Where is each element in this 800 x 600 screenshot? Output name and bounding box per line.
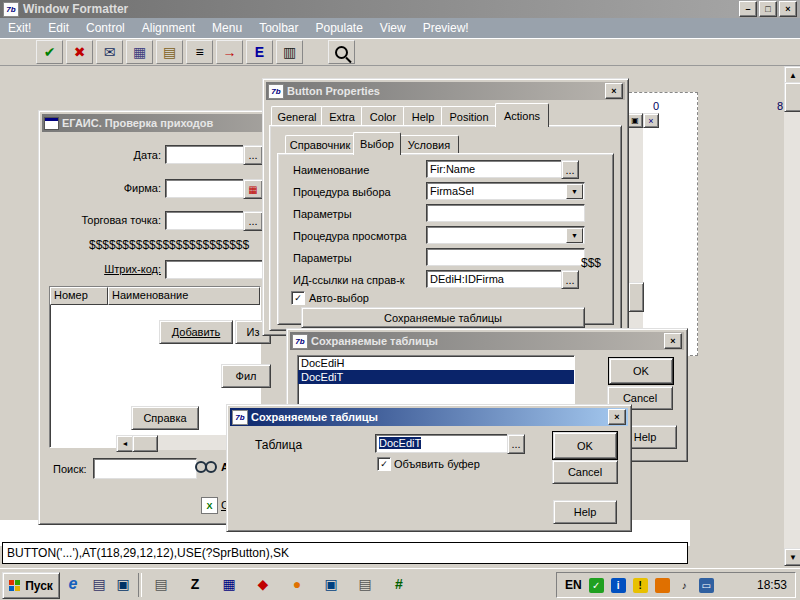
saved-tables-titlebar[interactable]: 7b Сохраняемые таблицы × — [230, 408, 628, 426]
params1-input[interactable] — [426, 204, 585, 222]
menu-item-view[interactable]: View — [380, 21, 406, 35]
background-scroll-thumb[interactable] — [628, 282, 644, 312]
toolbar-cards-icon[interactable]: ▤ — [156, 40, 183, 64]
saved-tables-list-close[interactable]: × — [664, 333, 682, 349]
menu-item-toolbar[interactable]: Toolbar — [259, 21, 298, 35]
toolbar-embed-icon[interactable]: E — [246, 40, 273, 64]
toolbar-mail-icon[interactable]: ✉ — [96, 40, 123, 64]
hscroll-thumb[interactable] — [132, 435, 158, 452]
outlet-input[interactable] — [165, 211, 249, 230]
add-button[interactable]: Добавить — [159, 320, 233, 344]
list-item-selected[interactable]: DocEdiT — [298, 370, 574, 384]
id-link-lookup-button[interactable]: ... — [561, 270, 579, 289]
subtab-usloviya[interactable]: Условия — [399, 135, 459, 154]
list-item[interactable]: DocEdiH — [298, 356, 574, 370]
menu-item-preview[interactable]: Preview! — [423, 21, 469, 35]
date-input[interactable] — [165, 145, 249, 164]
background-restore-button[interactable]: ▣ — [627, 113, 643, 128]
tray-info-icon[interactable]: i — [611, 578, 626, 593]
minimize-button[interactable]: – — [739, 1, 757, 17]
vertical-scrollbar[interactable] — [784, 66, 800, 564]
menu-item-edit[interactable]: Edit — [48, 21, 69, 35]
taskbar-app-icon-8[interactable]: # — [388, 573, 410, 595]
toolbar-accept-icon[interactable]: ✔ — [36, 40, 63, 64]
toolbar-film-icon[interactable]: ▦ — [126, 40, 153, 64]
menu-item-exit[interactable]: Exit! — [8, 21, 31, 35]
column-header-name[interactable]: Наименование — [108, 287, 260, 305]
toolbar-list-icon[interactable]: ▥ — [276, 40, 303, 64]
quicklaunch-desktop-icon[interactable]: ▣ — [112, 573, 134, 595]
button-properties-close[interactable]: × — [605, 83, 623, 99]
reference-button[interactable]: Справка — [131, 406, 199, 430]
tab-position[interactable]: Position — [441, 106, 497, 126]
taskbar-app-icon-4[interactable]: ◆ — [252, 573, 274, 595]
table-lookup-button[interactable]: ... — [507, 434, 525, 454]
menu-item-populate[interactable]: Populate — [315, 21, 362, 35]
close-button[interactable]: × — [779, 1, 797, 17]
search-input[interactable] — [93, 458, 197, 479]
dialog-cancel-button[interactable]: Cancel — [552, 460, 618, 484]
quicklaunch-ie-icon[interactable]: e — [62, 573, 84, 595]
select-proc-combo[interactable]: FirmaSel ▼ — [426, 182, 585, 200]
id-link-input[interactable]: DEdiH:IDFirma — [426, 270, 567, 288]
firm-lookup-button[interactable]: ▦ — [243, 179, 263, 199]
params2-input[interactable] — [426, 248, 585, 266]
saved-tables-list-titlebar[interactable]: 7b Сохраняемые таблицы × — [290, 332, 684, 350]
start-button[interactable]: Пуск — [2, 572, 60, 599]
saved-tables-close[interactable]: × — [608, 409, 626, 425]
toolbar-notes-icon[interactable]: ≡ — [186, 40, 213, 64]
tray-status-icon[interactable] — [655, 578, 670, 593]
maximize-button[interactable]: □ — [759, 1, 777, 17]
binoculars-icon[interactable] — [195, 460, 217, 474]
taskbar-app-icon-6[interactable]: ▣ — [320, 573, 342, 595]
name-field-input[interactable]: Fir:Name — [426, 160, 567, 178]
tab-general[interactable]: General — [271, 106, 323, 126]
tab-color[interactable]: Color — [361, 106, 405, 126]
dialog-help-button[interactable]: Help — [553, 500, 617, 524]
taskbar-app-icon-2[interactable]: Z — [184, 573, 206, 595]
menu-item-menu[interactable]: Menu — [212, 21, 242, 35]
subtab-vybor[interactable]: Выбор — [353, 132, 401, 155]
tray-network-icon[interactable]: ▭ — [699, 578, 714, 593]
list-ok-button[interactable]: OK — [609, 358, 673, 384]
table-input[interactable]: DocEdiT — [375, 434, 513, 453]
tab-actions[interactable]: Actions — [495, 103, 549, 127]
subtab-spravochnik[interactable]: Справочник — [285, 135, 355, 154]
filter-button[interactable]: Фил — [221, 364, 271, 388]
outlet-lookup-button[interactable]: ... — [243, 211, 263, 231]
language-indicator[interactable]: EN — [565, 578, 582, 592]
toolbar-zoom-icon[interactable] — [328, 40, 355, 64]
taskbar-app-icon-3[interactable]: ▦ — [218, 573, 240, 595]
tray-antivirus-icon[interactable]: ✓ — [589, 578, 604, 593]
view-proc-dropdown-icon[interactable]: ▼ — [566, 228, 583, 243]
taskbar-app-icon-1[interactable]: ▤ — [150, 573, 172, 595]
excel-icon[interactable]: X — [201, 497, 218, 514]
taskbar-app-icon-7[interactable]: ▤ — [354, 573, 376, 595]
tray-warning-icon[interactable]: ! — [633, 578, 648, 593]
tab-help[interactable]: Help — [403, 106, 443, 126]
menu-item-alignment[interactable]: Alignment — [142, 21, 195, 35]
firm-input[interactable] — [165, 179, 249, 198]
background-close-button[interactable]: × — [643, 113, 659, 128]
select-proc-dropdown-icon[interactable]: ▼ — [566, 184, 583, 199]
clock[interactable]: 18:53 — [757, 578, 787, 592]
toolbar-cancel-icon[interactable]: ✖ — [66, 40, 93, 64]
name-field-lookup-button[interactable]: ... — [561, 160, 579, 179]
buffer-checkbox[interactable]: ✓ — [377, 457, 391, 471]
tab-extra[interactable]: Extra — [321, 106, 363, 126]
quicklaunch-doc-icon[interactable]: ▤ — [88, 573, 110, 595]
barcode-input[interactable] — [165, 260, 269, 279]
dialog-ok-button[interactable]: OK — [553, 432, 617, 459]
scroll-thumb[interactable] — [784, 82, 800, 112]
menu-item-control[interactable]: Control — [86, 21, 125, 35]
date-lookup-button[interactable]: ... — [243, 145, 263, 165]
tray-volume-icon[interactable]: ♪ — [677, 578, 692, 593]
saved-tables-button[interactable]: Сохраняемые таблицы — [301, 307, 585, 328]
toolbar-exit-icon[interactable]: → — [216, 40, 243, 64]
button-properties-titlebar[interactable]: 7b Button Properties × — [266, 82, 625, 100]
taskbar-app-icon-5[interactable]: ● — [286, 573, 308, 595]
autoselect-checkbox[interactable]: ✓ — [291, 291, 305, 305]
scroll-down-button[interactable]: ▼ — [784, 548, 800, 566]
column-header-number[interactable]: Номер — [50, 287, 108, 305]
view-proc-combo[interactable]: ▼ — [426, 226, 585, 244]
